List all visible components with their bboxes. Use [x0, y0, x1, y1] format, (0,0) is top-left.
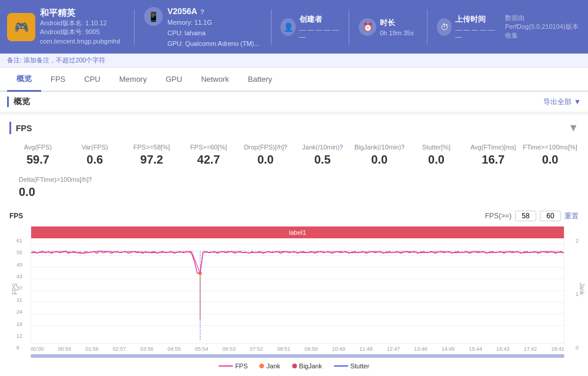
upload-label: 上传时间 — [455, 14, 496, 25]
stat-jank-value: 0.5 — [314, 153, 330, 167]
legend-stutter-line — [334, 365, 348, 367]
fps-panel-title: FPS ▼ — [9, 122, 579, 134]
stat-fps58: FPS>=58[%] 97.2 — [123, 144, 181, 167]
label-bar: label1 — [31, 227, 564, 238]
device-icon: 📱 — [144, 7, 163, 26]
legend-fps-line — [219, 365, 233, 367]
tab-gpu[interactable]: GPU — [156, 69, 192, 91]
stat-fps58-label: FPS>=58[%] — [133, 144, 170, 151]
chart-legend: FPS Jank BigJank Stutter — [9, 362, 579, 370]
extra-stat-label: Delta(FTime)>100ms[/h]? — [19, 176, 579, 183]
note-link[interactable]: 添加备注，不超过200个字符 — [24, 56, 105, 64]
device-gpu: GPU: Qualcomm Adreno (TM)... — [168, 39, 259, 49]
upload-section: ⏱ 上传时间 — — — — — — — [437, 14, 496, 40]
threshold-input-1[interactable] — [515, 211, 536, 221]
stat-fps60: FPS>=60[%] 42.7 — [180, 144, 237, 167]
reset-button[interactable]: 重置 — [564, 211, 579, 221]
stat-avgftime-label: Avg(FTime)[ms] — [470, 144, 516, 151]
duration-value: 0h 19m 35s — [380, 29, 413, 36]
x-axis: 00:0000:5901:5602:5703:5604:5505:5406:53… — [31, 346, 564, 352]
legend-jank-dot — [259, 364, 264, 368]
stat-stutter: Stutter[%] 0.0 — [408, 144, 465, 167]
creator-section: 👤 创建者 — — — — — — — [280, 14, 339, 40]
duration-info: 时长 0h 19m 35s — [380, 18, 413, 36]
upload-info: 上传时间 — — — — — — — [455, 14, 496, 40]
legend-stutter: Stutter — [334, 362, 369, 370]
data-source: 数据由PerfDog(5.0.210104)版本收集 — [505, 14, 581, 40]
stat-ftime100: FTime>=100ms[%] 0.0 — [522, 144, 579, 167]
threshold-input-2[interactable] — [540, 211, 561, 221]
legend-stutter-label: Stutter — [350, 362, 369, 370]
tab-network[interactable]: Network — [192, 69, 239, 91]
stat-drop-value: 0.0 — [258, 153, 274, 167]
stat-var-fps-value: 0.6 — [86, 153, 103, 167]
device-note: ? — [201, 8, 205, 15]
stat-ftime100-label: FTime>=100ms[%] — [523, 144, 577, 151]
creator-icon: 👤 — [280, 18, 295, 36]
divider-3 — [349, 9, 349, 45]
stat-bigjank-label: BigJank(/10min)? — [355, 144, 405, 151]
fps-chart-area: label1 — [31, 226, 564, 344]
tab-fps[interactable]: FPS — [41, 69, 75, 91]
stat-ftime100-value: 0.0 — [542, 153, 559, 167]
upload-icon: ⏱ — [437, 18, 452, 36]
y-axis-left: 6155494337312418126 — [16, 238, 22, 352]
divider-1 — [134, 9, 135, 45]
duration-section: ⏰ 时长 0h 19m 35s — [359, 18, 417, 36]
clock-icon: ⏰ — [359, 18, 376, 36]
section-header: 概览 导出全部 ▼ — [0, 92, 588, 112]
stat-fps60-value: 42.7 — [197, 153, 220, 167]
chart-header: FPS FPS(>=) 重置 — [9, 211, 579, 221]
app-info-section: 🎮 和平精英 Android版本名: 1.10.12 Android版本号: 9… — [7, 8, 125, 46]
device-memory: Memory: 11.1G — [168, 18, 259, 28]
fps-threshold-controls: FPS(>=) 重置 — [485, 211, 579, 221]
stat-jank-label: Jank(/10min)? — [302, 144, 343, 151]
package-name: com.tencent.tmgp.pubgmhd — [40, 37, 120, 46]
note-bar: 备注: 添加备注，不超过200个字符 — [0, 54, 588, 68]
stat-avgftime: Avg(FTime)[ms] 16.7 — [465, 144, 522, 167]
legend-jank: Jank — [259, 362, 280, 370]
stat-avg-fps-value: 59.7 — [26, 153, 49, 167]
stat-drop: Drop(FPS)[/h]? 0.0 — [237, 144, 294, 167]
chart-title: FPS — [9, 212, 23, 220]
fps-stats-grid: Avg(FPS) 59.7 Var(FPS) 0.6 FPS>=58[%] 97… — [9, 144, 579, 167]
extra-stat-row: Delta(FTime)>100ms[/h]? 0.0 — [9, 176, 579, 199]
stat-bigjank-value: 0.0 — [371, 153, 387, 167]
stat-avg-fps-label: Avg(FPS) — [24, 144, 52, 151]
app-name: 和平精英 — [40, 8, 120, 19]
stat-bigjank: BigJank(/10min)? 0.0 — [351, 144, 408, 167]
app-header: 🎮 和平精英 Android版本名: 1.10.12 Android版本号: 9… — [0, 0, 588, 54]
device-name: V2056A ? — [168, 5, 259, 18]
stat-var-fps: Var(FPS) 0.6 — [66, 144, 123, 167]
legend-bigjank-label: BigJank — [299, 362, 322, 370]
tab-cpu[interactable]: CPU — [75, 69, 109, 91]
fps-collapse-icon[interactable]: ▼ — [568, 122, 579, 134]
fps-chart-svg — [31, 227, 564, 343]
export-button[interactable]: 导出全部 ▼ — [543, 97, 581, 107]
threshold-label: FPS(>=) — [485, 212, 512, 220]
tab-battery[interactable]: Battery — [239, 69, 282, 91]
stat-avg-fps: Avg(FPS) 59.7 — [9, 144, 66, 167]
chevron-down-icon: ▼ — [574, 98, 581, 106]
legend-fps: FPS — [219, 362, 248, 370]
stat-var-fps-label: Var(FPS) — [82, 144, 108, 151]
stat-drop-label: Drop(FPS)[/h]? — [244, 144, 287, 151]
stat-stutter-value: 0.0 — [428, 153, 445, 167]
tab-overview[interactable]: 概览 — [7, 68, 41, 92]
stat-fps58-value: 97.2 — [141, 153, 163, 167]
android-version: Android版本名: 1.10.12 — [40, 19, 120, 28]
chart-scrollbar[interactable] — [31, 354, 564, 358]
creator-info: 创建者 — — — — — — — [299, 14, 340, 40]
stat-jank: Jank(/10min)? 0.5 — [294, 144, 351, 167]
fps-panel: FPS ▼ Avg(FPS) 59.7 Var(FPS) 0.6 FPS>=58… — [0, 115, 588, 376]
stat-avgftime-value: 16.7 — [482, 153, 505, 167]
extra-stat-value: 0.0 — [19, 185, 579, 199]
note-prefix: 备注: — [7, 56, 22, 64]
stat-stutter-label: Stutter[%] — [422, 144, 450, 151]
tab-memory[interactable]: Memory — [110, 69, 156, 91]
creator-label: 创建者 — [299, 14, 340, 25]
chart-outer: FPS 6155494337312418126 label1 — [9, 226, 579, 352]
legend-bigjank: BigJank — [292, 362, 322, 370]
app-icon: 🎮 — [7, 13, 35, 41]
legend-bigjank-dot — [292, 364, 297, 368]
